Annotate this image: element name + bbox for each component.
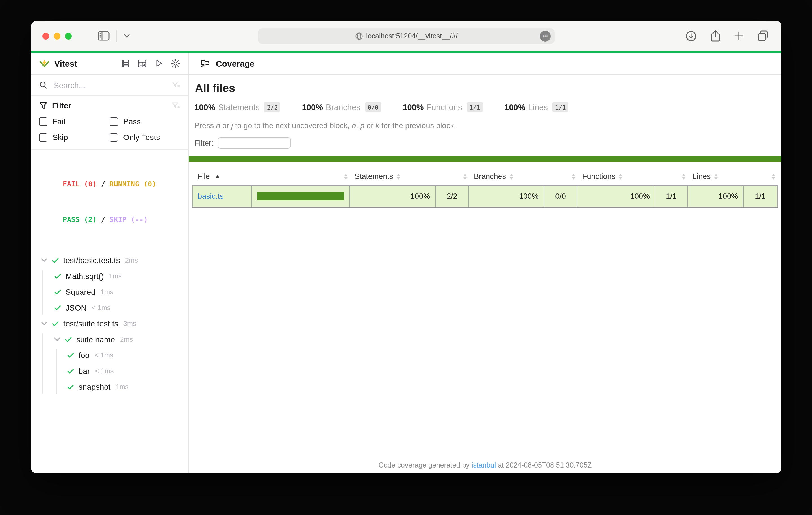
coverage-metrics: 100%Statements2/2100%Branches0/0100%Func… xyxy=(194,102,782,112)
check-icon xyxy=(67,383,75,391)
zoom-window-button[interactable] xyxy=(65,32,72,39)
sort-arrows-icon xyxy=(714,174,718,179)
chevron-down-icon[interactable] xyxy=(54,337,60,342)
tree-item[interactable]: JSON< 1ms xyxy=(31,300,188,316)
test-duration: 3ms xyxy=(123,320,136,328)
search-input[interactable] xyxy=(53,80,167,90)
column-header-functions[interactable]: Functions xyxy=(577,169,655,185)
filter-checkbox-only-tests[interactable]: Only Tests xyxy=(110,133,180,142)
coverage-footer: Code coverage generated by istanbul at 2… xyxy=(189,461,782,469)
metric-fraction-badge: 1/1 xyxy=(552,102,569,112)
theme-toggle-icon[interactable] xyxy=(171,58,180,68)
column-header-statements[interactable]: Statements xyxy=(349,169,435,185)
minimize-window-button[interactable] xyxy=(54,32,60,39)
istanbul-link[interactable]: istanbul xyxy=(471,461,496,469)
tree-item[interactable]: Math.sqrt()1ms xyxy=(31,268,188,284)
clear-search-filter-icon[interactable] xyxy=(172,81,180,89)
column-header-sorter[interactable] xyxy=(252,169,349,185)
tree-item[interactable]: snapshot1ms xyxy=(31,379,188,395)
checkbox-only-tests[interactable] xyxy=(110,133,118,142)
filter-panel: Filter FailPassSkipOnly Tests xyxy=(31,96,188,150)
collapse-tests-icon[interactable] xyxy=(120,58,130,68)
tree-item[interactable]: bar< 1ms xyxy=(31,363,188,379)
chevron-down-icon[interactable] xyxy=(124,34,130,38)
filter-checkbox-skip[interactable]: Skip xyxy=(39,133,110,142)
column-header-sorter[interactable] xyxy=(435,169,469,185)
downloads-icon[interactable] xyxy=(686,30,697,41)
column-header-sorter[interactable] xyxy=(655,169,688,185)
address-bar[interactable]: localhost:51204/__vitest__/#/ ••• xyxy=(258,28,555,44)
filter-checkbox-pass[interactable]: Pass xyxy=(110,117,180,126)
coverage-metric: 100%Lines1/1 xyxy=(504,102,569,112)
tree-item[interactable]: suite name2ms xyxy=(31,331,188,347)
column-header-sorter[interactable] xyxy=(544,169,577,185)
sort-arrows-icon xyxy=(619,174,622,179)
pass-count: PASS (2) xyxy=(63,215,97,223)
metric-fraction-badge: 1/1 xyxy=(466,102,483,112)
fail-count: FAIL (0) xyxy=(63,180,97,188)
column-header-branches[interactable]: Branches xyxy=(469,169,544,185)
column-header-inner: Lines xyxy=(693,172,741,181)
check-icon xyxy=(51,256,59,264)
tree-guide-line xyxy=(56,349,57,394)
search-icon xyxy=(39,81,48,89)
column-header-inner xyxy=(549,174,575,179)
close-window-button[interactable] xyxy=(42,32,49,39)
tree-item[interactable]: Squared1ms xyxy=(31,284,188,300)
column-header-file[interactable]: File xyxy=(193,169,252,185)
sort-arrows-icon xyxy=(463,174,466,179)
percent-cell: 100% xyxy=(469,185,544,207)
checkbox-label: Skip xyxy=(53,133,68,142)
checkbox-pass[interactable] xyxy=(110,117,118,126)
sidebar-toggle-icon[interactable] xyxy=(98,31,110,41)
check-icon xyxy=(54,304,62,312)
column-header-lines[interactable]: Lines xyxy=(688,169,743,185)
hint-segment: Press xyxy=(194,121,216,130)
run-all-icon[interactable] xyxy=(154,59,163,68)
chevron-down-icon[interactable] xyxy=(41,321,48,326)
checkbox-fail[interactable] xyxy=(39,117,48,126)
percent-cell: 100% xyxy=(577,185,655,207)
tree-item[interactable]: foo< 1ms xyxy=(31,347,188,363)
test-duration: 1ms xyxy=(109,272,121,280)
fraction-cell: 0/0 xyxy=(544,185,577,207)
coverage-filter-input[interactable] xyxy=(218,137,291,149)
filter-options: FailPassSkipOnly Tests xyxy=(39,117,180,142)
file-link[interactable]: basic.ts xyxy=(198,192,224,201)
tree-item[interactable]: test/basic.test.ts2ms xyxy=(31,252,188,268)
file-cell: basic.ts xyxy=(193,185,252,207)
page-settings-icon[interactable]: ••• xyxy=(540,31,551,41)
check-icon xyxy=(54,288,62,296)
sort-arrows-icon xyxy=(772,174,775,179)
metric-fraction-badge: 2/2 xyxy=(264,102,281,112)
column-header-inner xyxy=(440,174,466,179)
clear-filter-icon[interactable] xyxy=(172,101,180,110)
tree-guide-line xyxy=(42,333,43,394)
test-name: suite name xyxy=(76,335,115,344)
column-label: Functions xyxy=(582,172,615,181)
tab-overview-icon[interactable] xyxy=(757,30,769,42)
test-name: foo xyxy=(79,351,90,360)
coverage-bar-track xyxy=(257,192,344,201)
checkbox-skip[interactable] xyxy=(39,133,48,142)
sort-arrows-icon xyxy=(682,174,685,179)
tree-guide-line xyxy=(42,270,43,315)
check-icon xyxy=(51,320,59,328)
dashboard-icon[interactable] xyxy=(137,58,147,68)
share-icon[interactable] xyxy=(710,30,721,42)
column-header-sorter[interactable] xyxy=(743,169,777,185)
hint-segment: k xyxy=(376,121,379,130)
url-text: localhost:51204/__vitest__/#/ xyxy=(366,32,458,40)
filter-checkbox-fail[interactable]: Fail xyxy=(39,117,110,126)
skip-count: SKIP (--) xyxy=(110,215,148,223)
new-tab-icon[interactable] xyxy=(734,31,744,41)
metric-percent: 100% xyxy=(194,102,215,112)
check-icon xyxy=(54,272,62,280)
metric-percent: 100% xyxy=(302,102,323,112)
test-duration: 2ms xyxy=(120,335,133,343)
column-header-inner: Functions xyxy=(582,172,653,181)
chevron-down-icon[interactable] xyxy=(41,258,48,263)
tree-item[interactable]: test/suite.test.ts3ms xyxy=(31,316,188,331)
column-header-inner xyxy=(660,174,685,179)
coverage-tab-title: Coverage xyxy=(216,58,255,68)
